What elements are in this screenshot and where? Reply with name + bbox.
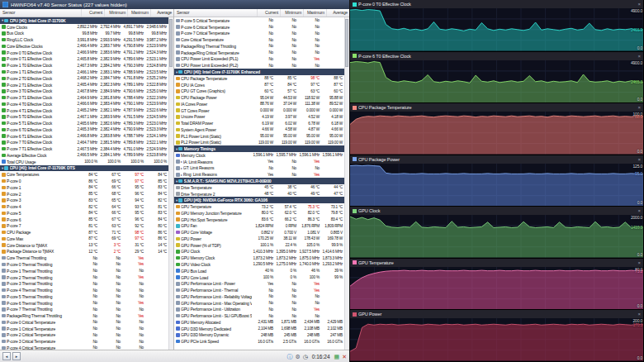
sensor-row[interactable]: Total CPU Usage100.0 %100.0 %100.0 %100.… (0, 159, 168, 165)
column-header-current[interactable]: Current (81, 9, 104, 17)
scrollbar-thumb[interactable] (169, 19, 173, 67)
sensor-group-header[interactable]: ▾CPU [#0]: Intel Core i7-11700K Enhanced (174, 69, 344, 75)
sensor-row[interactable]: GPU Clock1,410.3 MHz1,395.0 MHz1,927.5 M… (174, 249, 344, 255)
sensor-row[interactable]: Core Clocks2,892.2 MHz2,792.4 MHz4,891.7… (0, 24, 168, 31)
column-header-maximum[interactable]: Maximum (127, 9, 150, 17)
sensor-row[interactable]: Package/Ring Critical TemperatureNoNoNo (174, 50, 344, 56)
sensor-row[interactable]: CPU Package Temperature88 °C85 °C98 °C88… (174, 75, 344, 82)
sensor-row[interactable]: P-core 7 T1 Effective Clock2,467.5 MHz2,… (0, 145, 168, 152)
sensor-row[interactable]: Total DRAM Power6.19 W6.02 W6.78 W6.18 W (174, 120, 344, 126)
sensor-row[interactable]: P-core 2 T0 Effective Clock2,468.2 MHz2,… (0, 75, 168, 82)
sensor-row[interactable]: GT Cores Power0.000 W0.000 W0.000 W0.000… (174, 107, 344, 114)
sensor-row[interactable]: Core Critical TemperatureNoNoNo (174, 36, 344, 43)
sensor-row[interactable]: CPU IA Cores87 °C84 °C97 °C87 °C (174, 82, 344, 88)
sensor-row[interactable]: P-core 685 °C67 °C96 °C84 °C (0, 217, 168, 223)
sensor-row[interactable]: P-core 0 T0 Effective Clock2,466.9 MHz2,… (0, 50, 168, 56)
graph-titlebar[interactable]: GPU Temperature× (350, 259, 643, 267)
sensor-row[interactable]: P-core 3 T1 Effective Clock2,464.9 MHz2,… (0, 94, 168, 101)
sensor-row[interactable]: P-core 584 °C66 °C95 °C83 °C (0, 210, 168, 217)
sensor-row[interactable]: P-core 1 Thermal ThrottlingNoNoNo (0, 268, 168, 274)
sensor-row[interactable]: Core Effective Clocks2,466.4 MHz2,383.7 … (0, 43, 168, 50)
column-header-current[interactable]: Current (257, 9, 280, 17)
sensor-row[interactable]: GPU PCIe Link Speed16.0 GT/s2.5 GT/s16.0… (174, 338, 344, 345)
sensor-row[interactable]: Package/Ring Thermal ThrottlingNoNoYes (0, 312, 168, 319)
sensor-row[interactable]: P-core 4 T0 Effective Clock2,466.6 MHz2,… (0, 101, 168, 107)
sensor-row[interactable]: Bus Clock99.8 MHz99.7 MHz99.8 MHz99.8 MH… (0, 31, 168, 37)
sensor-row[interactable]: GPU Video Clock1,290.5 MHz1,275.0 MHz1,7… (174, 261, 344, 268)
nav-next-button[interactable]: ▸ (12, 352, 21, 360)
sensor-row[interactable]: CPU Power Limit Exceeded (PL2)NoNoNo (174, 62, 344, 69)
reset-clock-icon[interactable]: ◷ (303, 354, 308, 360)
sensor-row[interactable]: P-core 1 Critical TemperatureNoNoNo (0, 326, 168, 332)
sensor-row[interactable]: P-core 482 °C64 °C93 °C81 °C (0, 203, 168, 210)
graph-close-icon[interactable]: × (637, 2, 641, 7)
sensor-row[interactable]: GPU Performance Limit - ThermalNoNoYes (174, 287, 344, 293)
sensor-row[interactable]: GPU Memory Clock1,873.2 MHz1,873.2 MHz1,… (174, 255, 344, 261)
sensor-row[interactable]: ▸GT: Limit ReasonsNoNoNo (174, 165, 344, 172)
sensor-row[interactable]: P-core 6 T1 Effective Clock2,466.8 MHz2,… (0, 133, 168, 140)
sensor-row[interactable]: GPU Core Load100 %0 %100 %99 % (174, 274, 344, 281)
sensor-row[interactable]: P-core 6 Critical TemperatureNoNoNo (174, 24, 344, 31)
sensor-row[interactable]: P-core 5 Thermal ThrottlingNoNoNo (0, 293, 168, 300)
graph-close-icon[interactable]: × (637, 260, 641, 265)
sensor-row[interactable]: GPU Performance Limit - SLI GPUBoost Syn… (174, 312, 344, 319)
sensor-row[interactable]: CPU Package Power95.04 W44.53 W118.92 W9… (174, 94, 344, 101)
sensor-row[interactable]: P-core 7 Thermal ThrottlingNoNoNo (0, 306, 168, 312)
graph-close-icon[interactable]: × (637, 157, 641, 162)
scrollbar-middle[interactable] (344, 17, 349, 350)
column-header-sensor[interactable]: Sensor (0, 9, 81, 17)
sensor-row[interactable]: GPU Temperature73.2 °C57.4 °C75.3 °C73.1… (174, 203, 344, 210)
sensor-row[interactable]: GPU Performance Limit - PowerYesNoYes (174, 280, 344, 287)
graph-window-icon[interactable]: ▦ (334, 354, 340, 360)
column-header-average[interactable]: Average (326, 9, 349, 17)
sensor-group-header[interactable]: ▾Memory Timings (174, 145, 344, 152)
sensor-row[interactable]: Core Distance to TjMAX13 °C3 °C31 °C14 °… (0, 242, 168, 249)
sensor-row[interactable]: GPU Hot Spot Temperature83.6 °C66.2 °C86… (174, 217, 344, 223)
sensor-group-header[interactable]: ▾CPU [#0]: Intel Core i7-11700K (0, 17, 168, 24)
sensor-row[interactable]: CPU Package87 °C71 °C98 °C86 °C (0, 229, 168, 236)
sensor-row[interactable]: GPU Performance Limit - Max Operating Vo… (174, 300, 344, 307)
sensor-row[interactable]: IA Cores Power88.76 W37.04 W111.38 W89.5… (174, 101, 344, 107)
sensor-row[interactable]: P-core 383 °C65 °C94 °C82 °C (0, 197, 168, 203)
close-icon[interactable]: ✕ (342, 354, 347, 360)
sensor-row[interactable]: ▸IA: Limit ReasonsYesNoYes (174, 159, 344, 165)
sensor-row[interactable]: GPU D3D Memory Dynamic248 MB245 MB248 MB… (174, 332, 344, 339)
sensor-row[interactable]: Core Max87 °C69 °C97 °C86 °C (0, 236, 168, 242)
sensor-row[interactable]: P-core 0 Thermal ThrottlingNoNoYes (0, 261, 168, 268)
column-header-minimum[interactable]: Minimum (280, 9, 303, 17)
sensor-row[interactable]: P-core 4 T1 Effective Clock2,465.2 MHz2,… (0, 107, 168, 114)
sensor-row[interactable]: P-core 3 T0 Effective Clock2,467.8 MHz2,… (0, 88, 168, 94)
sensor-row[interactable]: P-core 2 T1 Effective Clock2,465.4 MHz2,… (0, 82, 168, 88)
sensor-row[interactable]: GPU Performance Limit - Reliability Volt… (174, 293, 344, 300)
scrollbar-left[interactable] (168, 17, 173, 350)
sensor-row[interactable]: GPU Power (% of TDP)100.1 %22.4 %105.0 %… (174, 242, 344, 249)
column-header-maximum[interactable]: Maximum (303, 9, 326, 17)
sensor-row[interactable]: P-core 6 T0 Effective Clock2,465.3 MHz2,… (0, 126, 168, 133)
graph-titlebar[interactable]: GPU Power× (350, 310, 643, 318)
sensor-row[interactable]: P-core 5 T0 Effective Clock2,467.1 MHz2,… (0, 113, 168, 120)
graph-titlebar[interactable]: P-core 0 T0 Effective Clock× (350, 0, 643, 8)
sensor-row[interactable]: GPU Fan1,824 RPM0 RPM1,876 RPM1,809 RPM (174, 223, 344, 230)
scrollbar-thumb[interactable] (345, 19, 348, 67)
sensor-row[interactable]: Drive Temperature 248 °C40 °C49 °C47 °C (174, 191, 344, 198)
nav-prev-button[interactable]: ◂ (2, 352, 11, 360)
sensor-row[interactable]: P-core 1 T0 Effective Clock2,467.3 MHz2,… (0, 62, 168, 69)
sensor-row[interactable]: Package/Ring Thermal ThrottlingNoNoNo (174, 43, 344, 50)
sensor-row[interactable]: P-core 7 Critical TemperatureNoNoNo (174, 31, 344, 37)
sensor-row[interactable]: Core Thermal ThrottlingNoNoYes (0, 255, 168, 261)
sensor-row[interactable]: System Agent Power4.66 W4.58 W4.87 W4.66… (174, 126, 344, 133)
sensor-row[interactable]: GPU Memory Junction Temperature80.0 °C62… (174, 210, 344, 217)
column-header-sensor[interactable]: Sensor (174, 9, 257, 17)
sensor-row[interactable]: GPU D3D Memory Dedicated2,104 MB1,698 MB… (174, 326, 344, 332)
sensor-row[interactable]: CPU Power Limit Exceeded (PL1)NoNoYes (174, 56, 344, 63)
sensor-row[interactable]: ▸Ring: Limit ReasonsYesNoYes (174, 171, 344, 178)
sensor-row[interactable]: P-core 5 Critical TemperatureNoNoNo (174, 17, 344, 24)
sensor-row[interactable]: P-core 0 Critical TemperatureNoNoNo (0, 319, 168, 326)
sensor-row[interactable]: Drive Temperature45 °C38 °C46 °C44 °C (174, 184, 344, 191)
sensor-row[interactable]: Package Distance to TjMAX12 °C2 °C29 °C1… (0, 249, 168, 255)
graph-titlebar[interactable]: CPU Package Temperature× (350, 103, 643, 112)
sensor-group-header[interactable]: ▾CPU [#0]: Intel Core i7-11700K DTS (0, 165, 168, 172)
sensor-row[interactable]: GPU Bus Load40 %0 %46 %39 % (174, 268, 344, 274)
sensor-row[interactable]: P-core 2 Thermal ThrottlingNoNoYes (0, 274, 168, 281)
graph-titlebar[interactable]: CPU Package Power× (350, 155, 643, 164)
